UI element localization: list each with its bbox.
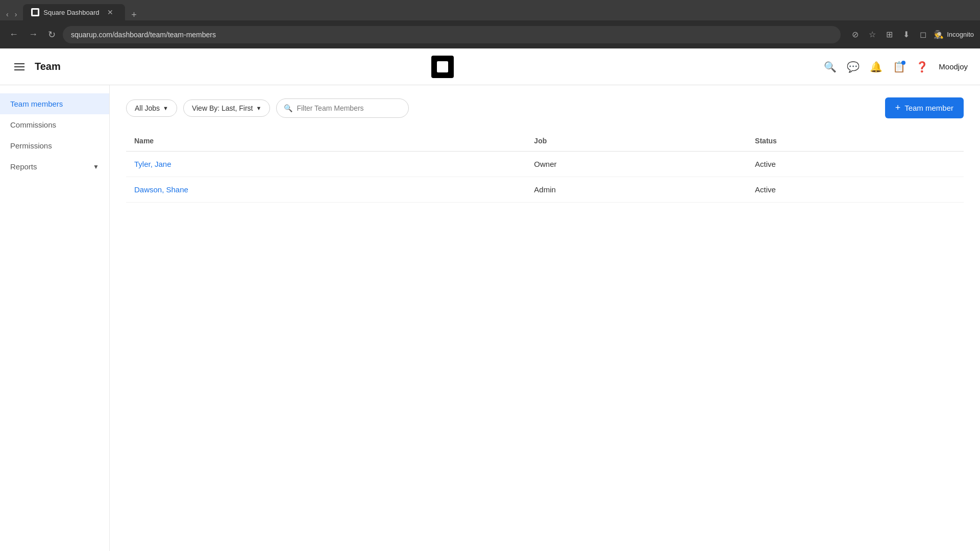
cell-status: Active [747, 152, 964, 177]
incognito-icon: 🕵 [934, 30, 944, 39]
search-box: 🔍 [276, 98, 409, 118]
browser-toolbar: ← → ↻ squarup.com/dashboard/team/team-me… [0, 20, 980, 48]
sidebar-item-permissions[interactable]: Permissions [0, 135, 109, 156]
help-btn[interactable]: ❓ [916, 61, 928, 73]
sidebar-item-permissions-label: Permissions [10, 141, 52, 150]
notification-btn[interactable]: 🔔 [870, 61, 883, 73]
sidebar-item-reports[interactable]: Reports ▼ [0, 156, 109, 177]
cell-status: Active [747, 177, 964, 203]
browser-chrome: ‹ › Square Dashboard ✕ + ← → ↻ squarup.c… [0, 0, 980, 48]
chat-btn[interactable]: 💬 [847, 61, 860, 73]
active-tab: Square Dashboard ✕ [23, 4, 125, 20]
add-btn-label: Team member [904, 104, 953, 112]
sidebar-item-commissions-label: Commissions [10, 120, 56, 129]
hamburger-line-3 [14, 69, 24, 70]
col-header-name: Name [126, 131, 526, 152]
cell-job: Admin [526, 177, 747, 203]
incognito-btn[interactable]: 🕵 Incognito [934, 30, 974, 39]
url-text: squarup.com/dashboard/team/team-members [71, 31, 216, 39]
reload-btn[interactable]: ↻ [45, 26, 59, 43]
all-jobs-label: All Jobs [135, 104, 160, 112]
square-logo-inner [437, 61, 448, 72]
search-input[interactable] [297, 104, 401, 112]
app-header: Team 🔍 💬 🔔 📋 ❓ Moodjoy [0, 48, 980, 85]
team-members-table: Name Job Status Tyler, Jane Owner Active… [126, 131, 964, 203]
profile-icon[interactable]: ◻ [917, 27, 929, 42]
header-app-title: Team [35, 61, 61, 72]
member-name-link[interactable]: Tyler, Jane [134, 160, 172, 168]
table-header: Name Job Status [126, 131, 964, 152]
add-team-member-btn[interactable]: + Team member [885, 97, 964, 118]
calendar-btn[interactable]: 📋 [893, 61, 905, 73]
cell-job: Owner [526, 152, 747, 177]
main-layout: Team members Commissions Permissions Rep… [0, 85, 980, 551]
hamburger-line-1 [14, 63, 24, 64]
bookmark-icon[interactable]: ☆ [866, 27, 879, 42]
square-logo [431, 56, 454, 78]
content-area: All Jobs ▼ View By: Last, First ▼ 🔍 + Te… [110, 85, 980, 551]
col-header-status: Status [747, 131, 964, 152]
table-body: Tyler, Jane Owner Active Dawson, Shane A… [126, 152, 964, 203]
download-icon[interactable]: ⬇ [900, 27, 913, 42]
hamburger-menu[interactable] [12, 61, 27, 72]
content-toolbar: All Jobs ▼ View By: Last, First ▼ 🔍 + Te… [126, 97, 964, 118]
hamburger-line-2 [14, 66, 24, 67]
all-jobs-chevron-icon: ▼ [163, 105, 168, 111]
sidebar-item-team-members-label: Team members [10, 99, 63, 108]
view-by-label: View By: Last, First [192, 104, 253, 112]
header-right: 🔍 💬 🔔 📋 ❓ Moodjoy [824, 61, 968, 73]
add-icon: + [895, 103, 901, 113]
sidebar: Team members Commissions Permissions Rep… [0, 85, 110, 551]
forward-btn[interactable]: → [26, 26, 41, 43]
all-jobs-filter[interactable]: All Jobs ▼ [126, 99, 177, 117]
new-tab-btn[interactable]: + [127, 10, 141, 20]
sidebar-item-commissions[interactable]: Commissions [0, 114, 109, 135]
tab-close-btn[interactable]: ✕ [107, 8, 113, 16]
toolbar-icons: ⊘ ☆ ⊞ ⬇ ◻ 🕵 Incognito [849, 27, 974, 42]
table-row: Tyler, Jane Owner Active [126, 152, 964, 177]
table-row: Dawson, Shane Admin Active [126, 177, 964, 203]
header-center [61, 56, 824, 78]
cell-name: Dawson, Shane [126, 177, 526, 203]
sidebar-item-reports-label: Reports [10, 162, 37, 171]
back-btn[interactable]: ← [6, 26, 21, 43]
extensions-icon[interactable]: ⊞ [883, 27, 896, 42]
address-bar[interactable]: squarup.com/dashboard/team/team-members [63, 26, 841, 43]
app: Team 🔍 💬 🔔 📋 ❓ Moodjoy Team members [0, 48, 980, 551]
search-icon: 🔍 [284, 104, 292, 112]
tab-nav-forward[interactable]: › [13, 8, 19, 20]
camera-icon[interactable]: ⊘ [849, 27, 862, 42]
browser-tabs: ‹ › Square Dashboard ✕ + [0, 0, 980, 20]
sidebar-item-team-members[interactable]: Team members [0, 93, 109, 114]
col-header-job: Job [526, 131, 747, 152]
search-btn[interactable]: 🔍 [824, 61, 837, 73]
member-name-link[interactable]: Dawson, Shane [134, 185, 188, 194]
cell-name: Tyler, Jane [126, 152, 526, 177]
view-by-chevron-icon: ▼ [256, 105, 261, 111]
tab-title: Square Dashboard [43, 9, 99, 16]
chevron-down-icon: ▼ [93, 163, 99, 170]
tab-nav-back[interactable]: ‹ [4, 8, 11, 20]
tab-favicon [31, 8, 39, 16]
header-left: Team [12, 61, 61, 72]
view-by-filter[interactable]: View By: Last, First ▼ [183, 99, 270, 117]
table-header-row: Name Job Status [126, 131, 964, 152]
notification-dot [901, 61, 905, 65]
user-name[interactable]: Moodjoy [939, 62, 968, 71]
